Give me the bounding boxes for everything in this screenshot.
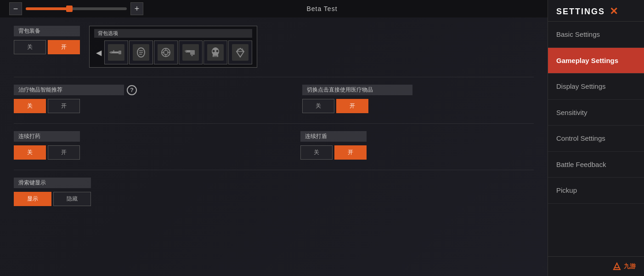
continuous-heal-label: 连续打药 (14, 131, 80, 142)
slider-fill (26, 7, 71, 10)
scroll-icon (133, 44, 149, 61)
scroll-key-block: 滑索键显示 显示 隐藏 (14, 178, 91, 206)
continuous-shield-block: 连续打盾 关 开 (300, 131, 367, 160)
backpack-row: 背包装备 关 开 背包选项 ◀ (14, 26, 534, 68)
backpack-icon-pistol[interactable] (179, 40, 203, 64)
scroll-key-label: 滑索键显示 (14, 178, 91, 188)
rifle-icon (108, 44, 124, 61)
scroll-key-hide-btn[interactable]: 隐藏 (53, 192, 91, 206)
med-recommend-label-row: 治疗物品智能推荐 ? (14, 85, 137, 95)
med-recommend-off-btn[interactable]: 关 (14, 99, 46, 113)
med-recommend-toggle-group: 关 开 (14, 99, 137, 113)
gem-icon (232, 44, 249, 61)
backpack-icon-rifle[interactable] (104, 40, 128, 64)
logo-icon (612, 261, 622, 271)
backpack-toggle-group: 关 开 (14, 40, 80, 54)
sidebar-item-gameplay[interactable]: Gameplay Settings (548, 48, 644, 74)
backpack-icon-scope[interactable] (154, 40, 178, 64)
help-icon[interactable]: ? (127, 85, 137, 95)
backpack-on-btn[interactable]: 开 (48, 40, 80, 54)
quick-use-med-block: 切换点击直接使用医疗物品 关 开 (302, 85, 412, 113)
quick-use-med-toggle-group: 关 开 (302, 99, 412, 113)
svg-rect-2 (109, 52, 112, 53)
sidebar: SETTINGS ✕ Basic Settings Gameplay Setti… (548, 0, 644, 276)
slider-minus-button[interactable]: − (9, 2, 22, 15)
continuous-shield-toggle-group: 关 开 (300, 145, 367, 160)
svg-marker-29 (614, 263, 620, 270)
skull-icon (207, 44, 224, 61)
continuous-heal-toggle-group: 关 开 (14, 145, 80, 160)
continuous-row: 连续打药 关 开 连续打盾 关 开 (14, 131, 534, 160)
quick-use-med-label: 切换点击直接使用医疗物品 (302, 85, 412, 95)
svg-rect-15 (190, 50, 195, 55)
divider-3 (14, 170, 534, 170)
med-recommend-label: 治疗物品智能推荐 (14, 85, 124, 95)
scope-icon (158, 44, 174, 61)
sidebar-nav: Basic Settings Gameplay Settings Display… (548, 22, 644, 256)
backpack-section: 背包装备 关 开 背包选项 ◀ (14, 26, 534, 68)
svg-rect-16 (185, 51, 187, 52)
sidebar-footer: 九游 (548, 256, 644, 276)
top-bar-title: Beta Test (306, 5, 337, 12)
scroll-key-show-btn[interactable]: 显示 (14, 192, 51, 206)
divider-1 (14, 77, 534, 77)
scroll-key-row: 滑索键显示 显示 隐藏 (14, 178, 534, 206)
sidebar-item-display[interactable]: Display Settings (548, 74, 644, 100)
pistol-icon (182, 44, 199, 61)
continuous-heal-off-btn[interactable]: 关 (14, 145, 46, 160)
svg-point-21 (216, 50, 219, 52)
sidebar-item-battle[interactable]: Battle Feedback (548, 152, 644, 178)
sidebar-item-sensitivity[interactable]: Sensitivity (548, 100, 644, 126)
close-button[interactable]: ✕ (610, 6, 618, 17)
slider-thumb (66, 6, 73, 12)
slider-plus-button[interactable]: + (130, 2, 143, 15)
quick-use-med-on-btn[interactable]: 开 (336, 99, 368, 113)
backpack-label: 背包装备 (14, 26, 80, 36)
med-recommend-on-btn[interactable]: 开 (48, 99, 80, 113)
backpack-icon-skull[interactable] (203, 40, 227, 64)
sidebar-header: SETTINGS ✕ (548, 0, 644, 22)
backpack-left: 背包装备 关 开 (14, 26, 80, 54)
continuous-shield-off-btn[interactable]: 关 (300, 145, 333, 160)
backpack-options-label: 背包选项 (94, 29, 252, 38)
sidebar-title: SETTINGS (556, 7, 605, 17)
sidebar-item-control[interactable]: Control Settings (548, 126, 644, 152)
med-recommend-block: 治疗物品智能推荐 ? 关 开 (14, 85, 137, 113)
backpack-icon-gem[interactable] (228, 40, 252, 64)
continuous-heal-on-btn[interactable]: 开 (48, 145, 80, 160)
continuous-shield-on-btn[interactable]: 开 (334, 145, 367, 160)
slider-area: − + (9, 2, 143, 15)
backpack-icons-row: ◀ (94, 40, 252, 64)
quick-use-med-off-btn[interactable]: 关 (302, 99, 334, 113)
continuous-shield-label: 连续打盾 (300, 131, 367, 142)
backpack-off-btn[interactable]: 关 (14, 40, 46, 54)
svg-rect-17 (191, 54, 193, 56)
backpack-icon-scroll[interactable] (129, 40, 153, 64)
svg-rect-3 (113, 50, 114, 52)
svg-point-20 (213, 50, 215, 52)
backpack-options-panel: 背包选项 ◀ (89, 26, 257, 68)
sidebar-item-basic[interactable]: Basic Settings (548, 22, 644, 48)
logo-text: 九游 (624, 262, 636, 270)
scroll-key-toggle-group: 显示 隐藏 (14, 192, 91, 206)
med-row: 治疗物品智能推荐 ? 关 开 切换点击直接使用医疗物品 关 开 (14, 85, 534, 113)
backpack-arrow-left[interactable]: ◀ (94, 48, 103, 57)
svg-rect-1 (119, 51, 121, 54)
continuous-heal-block: 连续打药 关 开 (14, 131, 80, 160)
main-content: 背包装备 关 开 背包选项 ◀ (0, 17, 548, 276)
divider-2 (14, 123, 534, 124)
sidebar-item-pickup[interactable]: Pickup (548, 178, 644, 204)
slider-track[interactable] (26, 7, 127, 10)
